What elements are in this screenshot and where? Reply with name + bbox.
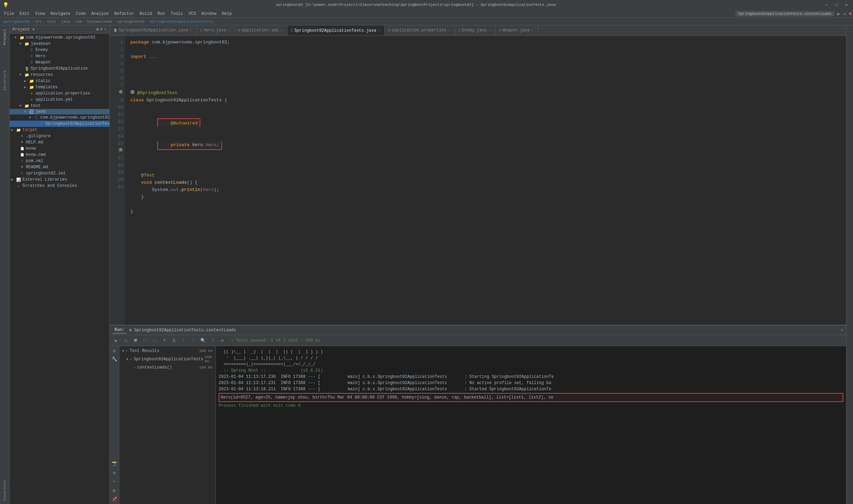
- favorites-icon[interactable]: Favorites: [3, 478, 7, 503]
- run-icon-6[interactable]: ⊞: [111, 487, 118, 494]
- format-icon[interactable]: ≣: [170, 337, 178, 344]
- menu-edit[interactable]: Edit: [17, 11, 32, 17]
- tree-item-test[interactable]: ▼ 📁 test: [10, 103, 109, 109]
- menu-window[interactable]: Window: [199, 11, 219, 17]
- tree-item-enemy[interactable]: C Enemy: [10, 47, 109, 53]
- run-icon-2[interactable]: 🔧: [111, 356, 118, 363]
- tree-item-springboot-app[interactable]: 🍃 Springboot02Application: [10, 65, 109, 72]
- tab-springboot02app[interactable]: 🍃 Springboot02Application.java ✕: [110, 26, 197, 36]
- tab-close-enemy[interactable]: ✕: [488, 28, 492, 33]
- project-settings-icon[interactable]: ⚙: [96, 27, 99, 32]
- tree-item-mvnw-cmd[interactable]: 📄 mvnw.cmd: [10, 152, 109, 158]
- menu-help[interactable]: Help: [219, 11, 234, 17]
- tab-app-yml[interactable]: ⚙ application.yml ✕: [235, 26, 288, 36]
- tree-item-root-package[interactable]: ▼ 📁 com.bjpowernode.springboot02: [10, 34, 109, 41]
- tree-item-app-yml[interactable]: ⚙ application.yml: [10, 97, 109, 103]
- run-checkbox-icon[interactable]: ☑: [122, 337, 130, 344]
- menu-refactor[interactable]: Refactor: [111, 11, 137, 17]
- run-tab[interactable]: Run:: [112, 327, 127, 334]
- align-left-icon[interactable]: ≡: [161, 337, 168, 344]
- run-config-dropdown[interactable]: Springboot02ApplicationTests.contextLoad…: [735, 11, 834, 17]
- breadcrumb-item[interactable]: java: [61, 20, 70, 24]
- tree-item-java-folder[interactable]: ▼ java: [10, 109, 109, 114]
- export-icon[interactable]: ⤴: [209, 337, 217, 344]
- tree-item-iml[interactable]: X springboot02.iml: [10, 170, 109, 177]
- structure-icon[interactable]: Structure: [3, 68, 7, 93]
- tab-enemy[interactable]: C Enemy.java ✕: [455, 26, 495, 36]
- menu-analyze[interactable]: Analyze: [89, 11, 111, 17]
- debug-button[interactable]: ⬥: [843, 11, 846, 17]
- stop-button[interactable]: ⏹: [132, 337, 139, 344]
- tree-item-resources[interactable]: ▼ 📁 resources: [10, 72, 109, 78]
- tab-close-springboot02app[interactable]: ✕: [190, 28, 193, 33]
- tree-item-scratches[interactable]: ✏ Scratches and Consoles: [10, 183, 109, 189]
- tree-item-test-package[interactable]: ▼ ⬡ com.bjpowernode.springboot02: [10, 114, 109, 121]
- breadcrumb-item[interactable]: bjpowernode: [87, 20, 112, 24]
- close-button[interactable]: ✕: [842, 3, 850, 7]
- menu-run[interactable]: Run: [155, 11, 168, 17]
- project-sort-icon[interactable]: ↕: [104, 27, 107, 32]
- tab-close-weapon[interactable]: ✕: [531, 28, 534, 33]
- code-content[interactable]: package com.bjpowernode.springboot02; im…: [125, 36, 846, 325]
- tree-item-static[interactable]: ▶ 📁 static: [10, 78, 109, 84]
- step-up-icon[interactable]: ↑↑: [141, 337, 149, 344]
- settings-icon[interactable]: ⚙: [219, 337, 226, 344]
- run-panel-close[interactable]: ✕: [841, 327, 843, 333]
- tree-item-javabean[interactable]: ▼ 📁 javabean: [10, 41, 109, 47]
- tab-test-class[interactable]: C Springboot02ApplicationTests.java ✕: [288, 26, 385, 36]
- search-icon[interactable]: 🔍: [199, 337, 207, 344]
- test-class-item[interactable]: ▼ ✓ Springboot02ApplicationTests 160 ms: [119, 354, 215, 364]
- scroll-up-icon[interactable]: ↑: [180, 337, 188, 344]
- tab-close-app-yml[interactable]: ✕: [280, 28, 284, 33]
- breadcrumb-item[interactable]: Springboot02ApplicationTests: [150, 20, 213, 24]
- tree-item-hero[interactable]: C Hero: [10, 53, 109, 59]
- step-down-icon[interactable]: ↓↓: [151, 337, 159, 344]
- run-icon-4[interactable]: ⚙: [111, 470, 118, 476]
- tree-item-help-md[interactable]: M HELP.md: [10, 139, 109, 145]
- run-icon-3[interactable]: 📸: [111, 460, 118, 467]
- run-icon-7[interactable]: 📌: [111, 496, 118, 503]
- run-button[interactable]: ▶: [837, 10, 841, 17]
- tree-item-target[interactable]: ▶ 📁 target: [10, 127, 109, 133]
- breadcrumb-item[interactable]: test: [47, 20, 56, 24]
- menu-code[interactable]: Code: [73, 11, 89, 17]
- tree-item-pom-xml[interactable]: X pom.xml: [10, 158, 109, 164]
- rerun-button[interactable]: ▶: [112, 337, 120, 344]
- run-icon-1[interactable]: ⚙: [111, 347, 118, 354]
- tree-item-mvnw[interactable]: 📄 mvnw: [10, 145, 109, 152]
- menu-navigate[interactable]: Navigate: [48, 11, 73, 17]
- tab-close-app-props[interactable]: ✕: [448, 28, 451, 33]
- test-method-item[interactable]: ✓ contextLoads() 160 ms: [119, 364, 215, 371]
- project-view-icon[interactable]: Project: [3, 27, 7, 47]
- tab-close-test-class[interactable]: ✕: [378, 28, 381, 33]
- menu-build[interactable]: Build: [137, 11, 155, 17]
- breadcrumb-item[interactable]: com: [75, 20, 82, 24]
- breadcrumb-item[interactable]: springboot02: [3, 20, 30, 24]
- project-collapse-icon[interactable]: ≡: [100, 27, 103, 32]
- breadcrumb-item[interactable]: src: [35, 20, 42, 24]
- test-results-root[interactable]: ▼ ✓ Test Results 160 ms: [119, 347, 215, 354]
- tree-item-weapon[interactable]: C Weapon: [10, 59, 109, 65]
- breadcrumb-item[interactable]: springboot02: [117, 20, 144, 24]
- run-icon-5[interactable]: ✛: [111, 478, 118, 485]
- tab-app-props[interactable]: ⚙ application.properties ✕: [385, 26, 455, 36]
- tab-weapon[interactable]: C Weapon.java ✕: [495, 26, 538, 36]
- tab-hero[interactable]: C Hero.java ✕: [197, 26, 235, 36]
- console-output[interactable]: (( )\__ | _) | | | || ( | ) ) ) ) ' |___…: [216, 346, 846, 504]
- tree-item-templates[interactable]: ▶ 📁 templates: [10, 84, 109, 90]
- title-bar: 💡 springboot02 [H:\power_node\Projects\C…: [0, 0, 853, 10]
- tree-item-readme-md[interactable]: M README.md: [10, 164, 109, 170]
- maximize-button[interactable]: □: [833, 3, 841, 7]
- menu-vcs[interactable]: VCS: [186, 11, 199, 17]
- menu-file[interactable]: File: [1, 11, 17, 17]
- minimize-button[interactable]: —: [823, 3, 831, 7]
- menu-tools[interactable]: Tools: [168, 11, 186, 17]
- tree-item-test-class[interactable]: C Springboot02ApplicationTests: [10, 121, 109, 127]
- tree-item-app-props[interactable]: ⚙ application.properties: [10, 90, 109, 97]
- stop-button[interactable]: ■: [849, 11, 852, 17]
- tree-item-gitignore[interactable]: ● .gitignore: [10, 133, 109, 139]
- menu-view[interactable]: View: [32, 11, 48, 17]
- tab-close-hero[interactable]: ✕: [228, 28, 231, 33]
- tree-item-external-libs[interactable]: ▶ 📊 External Libraries: [10, 177, 109, 183]
- scroll-down-icon[interactable]: ↓: [190, 337, 197, 344]
